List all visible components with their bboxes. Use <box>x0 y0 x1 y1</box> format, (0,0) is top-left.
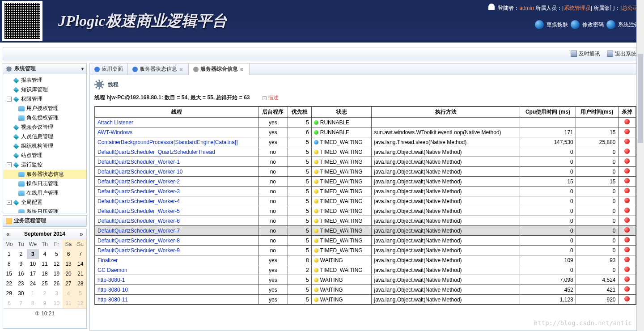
tree-item[interactable]: 服务器状态信息 <box>3 170 86 179</box>
tree-item[interactable]: 用户授权管理 <box>3 104 86 113</box>
cal-day[interactable]: 18 <box>39 269 51 279</box>
desc-toggle[interactable]: −描述 <box>263 94 279 101</box>
table-row[interactable]: DefaultQuartzScheduler_Worker-8no5TIMED_… <box>95 236 636 246</box>
thread-link[interactable]: http-8080-11 <box>95 295 258 305</box>
vertical-scrollbar[interactable] <box>636 0 644 331</box>
cal-day[interactable]: 1 <box>27 289 39 298</box>
cal-day[interactable]: 28 <box>74 279 86 289</box>
table-row[interactable]: DefaultQuartzScheduler_Worker-6no5TIMED_… <box>95 216 636 226</box>
table-row[interactable]: DefaultQuartzScheduler_QuartzSchedulerTh… <box>95 147 636 157</box>
thread-link[interactable]: DefaultQuartzScheduler_Worker-7 <box>95 226 258 236</box>
cal-day[interactable]: 24 <box>27 279 39 289</box>
cal-day[interactable]: 12 <box>74 298 86 308</box>
thread-link[interactable]: DefaultQuartzScheduler_Worker-9 <box>95 246 258 255</box>
thread-link[interactable]: DefaultQuartzScheduler_Worker-6 <box>95 216 258 226</box>
cal-day[interactable]: 11 <box>63 298 75 308</box>
kill-button[interactable] <box>618 206 636 216</box>
login-user-link[interactable]: admin <box>519 5 534 11</box>
sidebar-biz-header[interactable]: 业务流程管理 <box>3 216 86 226</box>
kill-button[interactable] <box>618 265 636 275</box>
kill-button[interactable] <box>618 246 636 255</box>
table-row[interactable]: http-8080-10yes5WAITINGjava.lang.Object.… <box>95 285 636 295</box>
cal-day[interactable]: 30 <box>15 289 27 298</box>
table-row[interactable]: DefaultQuartzScheduler_Worker-9no5TIMED_… <box>95 246 636 255</box>
thread-link[interactable]: http-8080-10 <box>95 285 258 295</box>
cal-day[interactable]: 23 <box>15 279 27 289</box>
cal-day[interactable]: 21 <box>74 269 86 279</box>
cal-next-button[interactable]: » <box>78 230 85 238</box>
table-row[interactable]: DefaultQuartzScheduler_Worker-1no5TIMED_… <box>95 157 636 167</box>
tree-item[interactable]: 知识库管理 <box>3 85 86 94</box>
tree-item[interactable]: 角色授权管理 <box>3 113 86 123</box>
table-header[interactable]: 线程 <box>95 106 258 118</box>
cal-day[interactable]: 5 <box>74 289 86 298</box>
cal-day[interactable]: 3 <box>27 249 39 259</box>
cal-day[interactable]: 14 <box>74 259 86 269</box>
thread-link[interactable]: Attach Listener <box>95 118 258 127</box>
table-row[interactable]: Finalizeryes8WAITINGjava.lang.Object.wai… <box>95 255 636 265</box>
table-row[interactable]: DefaultQuartzScheduler_Worker-10no5TIMED… <box>95 167 636 177</box>
thread-link[interactable]: GC Daemon <box>95 265 258 275</box>
thread-link[interactable]: DefaultQuartzScheduler_Worker-10 <box>95 167 258 177</box>
cal-day[interactable]: 13 <box>63 259 75 269</box>
thread-link[interactable]: DefaultQuartzScheduler_QuartzSchedulerTh… <box>95 147 258 157</box>
cal-day[interactable]: 4 <box>63 289 75 298</box>
thread-link[interactable]: DefaultQuartzScheduler_Worker-1 <box>95 157 258 167</box>
scrollbar-thumb[interactable] <box>638 54 643 143</box>
cal-day[interactable]: 2 <box>15 249 27 259</box>
thread-link[interactable]: AWT-Windows <box>95 127 258 137</box>
table-row[interactable]: DefaultQuartzScheduler_Worker-3no5TIMED_… <box>95 187 636 196</box>
cal-day[interactable]: 2 <box>39 289 51 298</box>
logout-icon[interactable] <box>606 20 615 29</box>
kill-button[interactable] <box>618 187 636 196</box>
cal-day[interactable]: 25 <box>39 279 51 289</box>
tree-item[interactable]: −权限管理 <box>3 94 86 104</box>
cal-day[interactable]: 29 <box>3 289 15 298</box>
cal-day[interactable]: 17 <box>27 269 39 279</box>
expand-icon[interactable]: − <box>7 162 12 167</box>
kill-button[interactable] <box>618 167 636 177</box>
cal-day[interactable]: 6 <box>63 249 75 259</box>
cal-day[interactable]: 8 <box>3 259 15 269</box>
thread-link[interactable]: DefaultQuartzScheduler_Worker-4 <box>95 196 258 206</box>
table-header[interactable]: Cpu使用时间 (ms) <box>520 106 576 118</box>
thread-link[interactable]: ContainerBackgroundProcessor[StandardEng… <box>95 137 258 147</box>
exit-button[interactable]: 退出系统 <box>607 50 636 58</box>
tab[interactable]: 服务器综合信息⊠ <box>189 64 250 75</box>
skin-icon[interactable] <box>535 20 544 29</box>
cal-day[interactable]: 16 <box>15 269 27 279</box>
cal-day[interactable]: 27 <box>63 279 75 289</box>
cal-day[interactable]: 7 <box>74 249 86 259</box>
kill-button[interactable] <box>618 118 636 127</box>
kill-button[interactable] <box>618 236 636 246</box>
tree-item[interactable]: 在线用户管理 <box>3 188 86 198</box>
kill-button[interactable] <box>618 157 636 167</box>
cal-day[interactable]: 20 <box>63 269 75 279</box>
tree-item[interactable]: 操作日志管理 <box>3 179 86 188</box>
thread-link[interactable]: DefaultQuartzScheduler_Worker-8 <box>95 236 258 246</box>
table-header[interactable]: 优先权 <box>288 106 311 118</box>
kill-button[interactable] <box>618 127 636 137</box>
table-row[interactable]: GC Daemonyes2TIMED_WAITINGjava.lang.Obje… <box>95 265 636 275</box>
cal-day[interactable]: 26 <box>51 279 63 289</box>
cal-day[interactable]: 3 <box>51 289 63 298</box>
cal-day[interactable]: 15 <box>3 269 15 279</box>
table-row[interactable]: DefaultQuartzScheduler_Worker-7no5TIMED_… <box>95 226 636 236</box>
tree-item[interactable]: −全局配置 <box>3 198 86 207</box>
dept-role-link[interactable]: 系统管理员 <box>564 5 591 11</box>
cal-prev-button[interactable]: « <box>4 230 12 238</box>
dept-company-link[interactable]: 总公司 <box>622 5 638 11</box>
tab[interactable]: 应用桌面 <box>90 64 128 75</box>
table-row[interactable]: http-8080-1yes5WAITINGjava.lang.Object.w… <box>95 275 636 285</box>
cal-day[interactable]: 12 <box>51 259 63 269</box>
cal-day[interactable]: 9 <box>15 259 27 269</box>
table-row[interactable]: DefaultQuartzScheduler_Worker-2no5TIMED_… <box>95 177 636 187</box>
cal-day[interactable]: 7 <box>15 298 27 308</box>
expand-icon[interactable]: − <box>7 97 12 102</box>
cal-day[interactable]: 6 <box>3 298 15 308</box>
tree-item[interactable]: 站点管理 <box>3 151 86 160</box>
kill-button[interactable] <box>618 216 636 226</box>
close-icon[interactable]: ⊠ <box>179 67 184 72</box>
tree-item[interactable]: 人员信息管理 <box>3 132 86 141</box>
table-header[interactable]: 执行方法 <box>372 106 520 118</box>
